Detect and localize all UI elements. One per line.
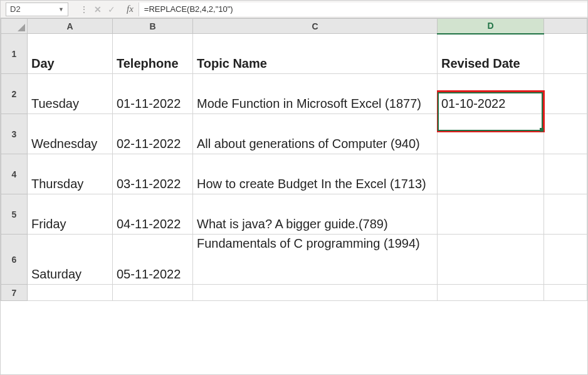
cell-d5[interactable] [438,194,544,235]
cell-a5[interactable]: Friday [28,194,113,235]
name-box[interactable]: D2 ▼ [6,3,68,16]
table-row: 6 Saturday 05-11-2022 Fundamentals of C … [1,235,587,285]
cell-a6[interactable]: Saturday [28,235,113,285]
formula-bar-area: D2 ▼ ⋮ ✕ ✓ fx =REPLACE(B2,4,2,"10") [1,1,587,18]
cell-c2[interactable]: Mode Function in Microsoft Excel (1877) [193,74,438,114]
cell-b3[interactable]: 02-11-2022 [113,114,193,154]
formula-bar-icons: ⋮ ✕ ✓ fx [80,4,136,14]
cell-b1[interactable]: Telephone [113,34,193,74]
cell-c1[interactable]: Topic Name [193,34,438,74]
chevron-down-icon[interactable]: ▼ [58,6,64,13]
row-header-4[interactable]: 4 [1,154,28,194]
cell-d3[interactable] [438,114,544,154]
table-row: 2 Tuesday 01-11-2022 Mode Function in Mi… [1,74,587,114]
row-header-7[interactable]: 7 [1,285,28,301]
fx-icon[interactable]: fx [127,4,134,14]
cell-d2[interactable]: 01-10-2022 [438,74,544,114]
cell-b7[interactable] [113,285,193,301]
cell-c4[interactable]: How to create Budget In the Excel (1713) [193,154,438,194]
cell-extra-4[interactable] [544,154,587,194]
cell-extra-6[interactable] [544,235,587,285]
row-header-6[interactable]: 6 [1,235,28,285]
cell-d6[interactable] [438,235,544,285]
cell-a7[interactable] [28,285,113,301]
row-header-1[interactable]: 1 [1,34,28,74]
formula-text: =REPLACE(B2,4,2,"10") [144,4,233,14]
cell-b2[interactable]: 01-11-2022 [113,74,193,114]
table-row: 1 Day Telephone Topic Name Revised Date [1,34,587,74]
more-icon: ⋮ [80,4,88,14]
cell-extra-7[interactable] [544,285,587,301]
cell-extra-2[interactable] [544,74,587,114]
col-header-c[interactable]: C [193,19,438,34]
table-row: 4 Thursday 03-11-2022 How to create Budg… [1,154,587,194]
col-header-d[interactable]: D [438,19,544,34]
cell-b5[interactable]: 04-11-2022 [113,194,193,235]
col-header-a[interactable]: A [28,19,113,34]
cell-a3[interactable]: Wednesday [28,114,113,154]
row-header-2[interactable]: 2 [1,74,28,114]
cell-d7[interactable] [438,285,544,301]
cell-c5[interactable]: What is java? A bigger guide.(789) [193,194,438,235]
cell-d4[interactable] [438,154,544,194]
col-header-b[interactable]: B [113,19,193,34]
cell-extra-1[interactable] [544,34,587,74]
cell-a2[interactable]: Tuesday [28,74,113,114]
name-box-value: D2 [10,4,21,14]
cell-c3[interactable]: All about generations of Computer (940) [193,114,438,154]
cell-extra-3[interactable] [544,114,587,154]
col-header-extra[interactable] [544,19,587,34]
formula-input[interactable]: =REPLACE(B2,4,2,"10") [139,3,587,16]
cell-d1[interactable]: Revised Date [438,34,544,74]
select-all-corner[interactable] [1,19,28,34]
cell-a4[interactable]: Thursday [28,154,113,194]
enter-icon[interactable]: ✓ [108,4,115,14]
column-header-row: A B C D [1,19,587,34]
cell-a1[interactable]: Day [28,34,113,74]
table-row: 7 [1,285,587,301]
table-row: 3 Wednesday 02-11-2022 All about generat… [1,114,587,154]
cell-extra-5[interactable] [544,194,587,235]
table-row: 5 Friday 04-11-2022 What is java? A bigg… [1,194,587,235]
cell-c7[interactable] [193,285,438,301]
row-header-3[interactable]: 3 [1,114,28,154]
cell-b4[interactable]: 03-11-2022 [113,154,193,194]
cancel-icon[interactable]: ✕ [94,4,102,14]
cell-c6[interactable]: Fundamentals of C programming (1994) [193,235,438,285]
row-header-5[interactable]: 5 [1,194,28,235]
cell-b6[interactable]: 05-11-2022 [113,235,193,285]
spreadsheet-grid[interactable]: A B C D 1 Day Telephone Topic Name Revis… [1,18,587,301]
